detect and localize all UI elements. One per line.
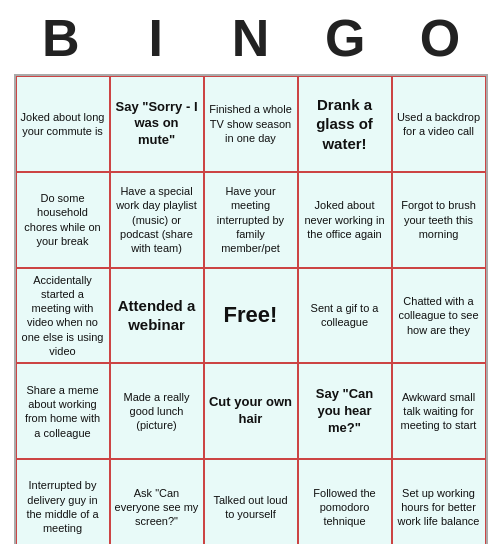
cell-text-1: Say "Sorry - I was on mute" [115,99,199,150]
cell-text-14: Chatted with a colleague to see how are … [397,294,481,337]
title-letter-g: G [301,8,389,68]
bingo-cell-7[interactable]: Have your meeting interrupted by family … [204,172,298,268]
bingo-cell-22[interactable]: Talked out loud to yourself [204,459,298,544]
bingo-cell-8[interactable]: Joked about never working in the office … [298,172,392,268]
bingo-cell-15[interactable]: Share a meme about working from home wit… [16,363,110,459]
bingo-cell-20[interactable]: Interrupted by delivery guy in the middl… [16,459,110,544]
title-letter-b: B [17,8,105,68]
bingo-cell-10[interactable]: Accidentally started a meeting with vide… [16,268,110,364]
bingo-cell-1[interactable]: Say "Sorry - I was on mute" [110,76,204,172]
bingo-cell-4[interactable]: Used a backdrop for a video call [392,76,486,172]
bingo-grid: Joked about long your commute isSay "Sor… [14,74,488,544]
bingo-cell-0[interactable]: Joked about long your commute is [16,76,110,172]
cell-text-19: Awkward small talk waiting for meeting t… [397,390,481,433]
cell-text-17: Cut your own hair [209,394,293,428]
cell-text-8: Joked about never working in the office … [303,198,387,241]
bingo-cell-21[interactable]: Ask "Can everyone see my screen?" [110,459,204,544]
title-letter-i: I [112,8,200,68]
cell-text-22: Talked out loud to yourself [209,493,293,522]
bingo-title: BINGO [14,8,488,68]
title-letter-n: N [206,8,294,68]
cell-text-4: Used a backdrop for a video call [397,110,481,139]
cell-text-16: Made a really good lunch (picture) [115,390,199,433]
bingo-card: BINGO Joked about long your commute isSa… [6,0,496,544]
bingo-cell-5[interactable]: Do some household chores while on your b… [16,172,110,268]
cell-text-10: Accidentally started a meeting with vide… [21,273,105,359]
bingo-cell-18[interactable]: Say "Can you hear me?" [298,363,392,459]
cell-text-21: Ask "Can everyone see my screen?" [115,486,199,529]
bingo-cell-19[interactable]: Awkward small talk waiting for meeting t… [392,363,486,459]
bingo-cell-6[interactable]: Have a special work day playlist (music)… [110,172,204,268]
bingo-cell-17[interactable]: Cut your own hair [204,363,298,459]
cell-text-12: Free! [224,301,278,330]
cell-text-5: Do some household chores while on your b… [21,191,105,248]
cell-text-0: Joked about long your commute is [21,110,105,139]
cell-text-3: Drank a glass of water! [303,95,387,154]
bingo-cell-23[interactable]: Followed the pomodoro tehnique [298,459,392,544]
cell-text-23: Followed the pomodoro tehnique [303,486,387,529]
bingo-cell-11[interactable]: Attended a webinar [110,268,204,364]
title-letter-o: O [396,8,484,68]
cell-text-7: Have your meeting interrupted by family … [209,184,293,255]
cell-text-18: Say "Can you hear me?" [303,386,387,437]
cell-text-20: Interrupted by delivery guy in the middl… [21,478,105,535]
cell-text-15: Share a meme about working from home wit… [21,383,105,440]
cell-text-13: Sent a gif to a colleague [303,301,387,330]
cell-text-9: Forgot to brush your teeth this morning [397,198,481,241]
bingo-cell-13[interactable]: Sent a gif to a colleague [298,268,392,364]
cell-text-11: Attended a webinar [115,296,199,335]
bingo-cell-14[interactable]: Chatted with a colleague to see how are … [392,268,486,364]
bingo-cell-3[interactable]: Drank a glass of water! [298,76,392,172]
bingo-cell-12[interactable]: Free! [204,268,298,364]
bingo-cell-24[interactable]: Set up working hours for better work lif… [392,459,486,544]
cell-text-6: Have a special work day playlist (music)… [115,184,199,255]
bingo-cell-16[interactable]: Made a really good lunch (picture) [110,363,204,459]
cell-text-2: Finished a whole TV show season in one d… [209,102,293,145]
bingo-cell-9[interactable]: Forgot to brush your teeth this morning [392,172,486,268]
bingo-cell-2[interactable]: Finished a whole TV show season in one d… [204,76,298,172]
cell-text-24: Set up working hours for better work lif… [397,486,481,529]
